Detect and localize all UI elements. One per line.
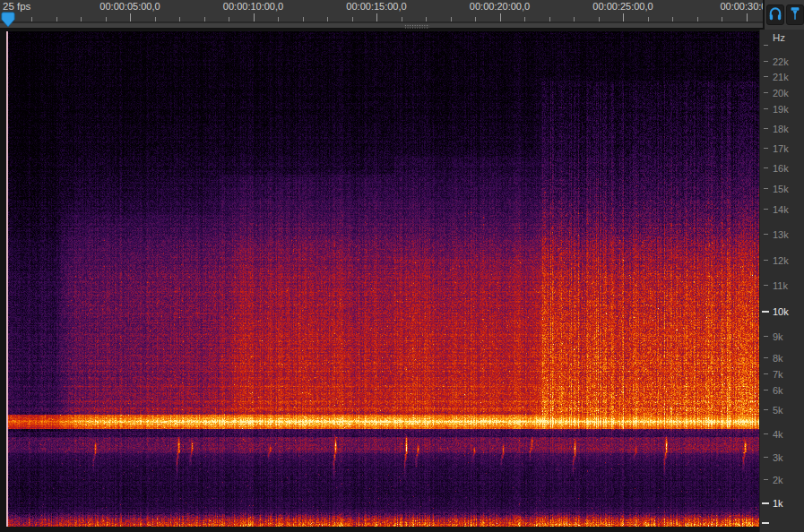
frequency-tick: [764, 76, 768, 77]
frequency-tick-row: 7k: [760, 369, 804, 380]
frequency-tick-row: 20k: [760, 88, 804, 99]
frequency-label: 15k: [773, 184, 789, 194]
frequency-tick-row: 22k: [760, 56, 804, 67]
frequency-tick: [764, 373, 768, 374]
frequency-label: 14k: [773, 204, 789, 215]
frequency-tick: [764, 148, 768, 149]
pin-playhead-button[interactable]: [786, 4, 804, 25]
frequency-tick: [764, 285, 768, 286]
frequency-tick-row: 17k: [760, 143, 804, 154]
timeline-major-tick: [130, 13, 131, 22]
frequency-tick: [764, 128, 768, 129]
left-frame-strip: [0, 30, 7, 532]
frequency-label: 8k: [773, 353, 783, 364]
spectrogram-canvas[interactable]: [7, 31, 759, 527]
frequency-tick: [764, 92, 768, 93]
pin-icon: [788, 5, 802, 24]
timeline-major-tick: [500, 13, 501, 22]
headphones-icon: [768, 5, 782, 24]
frequency-tick-row: [760, 518, 804, 528]
frequency-label: 16k: [773, 163, 789, 174]
timeline-major-tick: [376, 13, 377, 22]
timeline-major-tick: [623, 13, 624, 22]
frequency-tick-row: 4k: [760, 429, 804, 440]
frequency-tick: [764, 409, 768, 410]
frequency-label: 4k: [773, 429, 783, 440]
timeline-label: 00:00:15:00,0: [346, 1, 406, 12]
header-button-group: [763, 0, 804, 30]
frequency-tick: [764, 260, 768, 261]
frequency-tick-row: 9k: [760, 331, 804, 342]
frequency-label: 2k: [773, 475, 783, 485]
spectral-editor-panel: 25 fps 00:00:05:00,000:00:10:00,000:00:1…: [0, 0, 804, 532]
frequency-tick: [764, 457, 768, 458]
spectrogram-view[interactable]: [7, 31, 759, 527]
timebase-label: 25 fps: [3, 1, 30, 12]
bottom-frame-strip: [0, 527, 759, 532]
frequency-tick-row: 18k: [760, 124, 804, 134]
timeline-ruler[interactable]: 25 fps 00:00:05:00,000:00:10:00,000:00:1…: [0, 0, 763, 22]
frequency-label: 3k: [773, 452, 783, 463]
playhead-marker[interactable]: [1, 12, 15, 28]
frequency-label: 17k: [773, 143, 789, 154]
frequency-tick: [764, 234, 768, 235]
frequency-label: 6k: [773, 385, 783, 396]
frequency-tick: [764, 45, 768, 46]
frequency-tick-row: 21k: [760, 72, 804, 82]
frequency-label: 20k: [773, 88, 789, 99]
frequency-tick-row: 12k: [760, 255, 804, 266]
timeline-label: 00:00:10:00,0: [223, 1, 283, 12]
frequency-tick-row: 8k: [760, 353, 804, 364]
frequency-label: 13k: [773, 229, 789, 240]
frequency-label: 9k: [773, 331, 783, 342]
frequency-label: 11k: [773, 280, 788, 291]
frequency-label: 7k: [773, 369, 783, 380]
frequency-tick-row: 13k: [760, 229, 804, 240]
frequency-axis[interactable]: Hz 22k21k20k19k18k17k16k15k14k13k12k11k1…: [759, 30, 804, 532]
frequency-tick-row: 5k: [760, 405, 804, 416]
frequency-tick: [764, 433, 768, 434]
frequency-label: 22k: [773, 56, 789, 67]
frequency-tick: [764, 61, 768, 62]
frequency-tick-row: 15k: [760, 184, 804, 194]
timeline-label: 00:00:20:00,0: [470, 1, 530, 12]
scrollbar-grip[interactable]: [404, 24, 429, 29]
frequency-label: 18k: [773, 124, 789, 134]
frequency-label: 1k: [773, 498, 783, 509]
timeline-label: 00:00:25:00,0: [592, 1, 653, 12]
frequency-tick-row: 2k: [760, 475, 804, 485]
zoom-scrollbar[interactable]: [0, 22, 763, 30]
frequency-tick: [764, 209, 768, 210]
frequency-tick-row: 6k: [760, 385, 804, 396]
frequency-tick-row: 16k: [760, 163, 804, 174]
frequency-label: 10k: [773, 306, 789, 317]
frequency-label: 21k: [773, 72, 789, 82]
frequency-tick-row: 1k: [760, 498, 804, 509]
frequency-tick: [764, 336, 768, 337]
frequency-tick: [764, 479, 768, 480]
frequency-tick-row: 14k: [760, 204, 804, 215]
frequency-tick: [764, 108, 768, 109]
frequency-tick: [762, 522, 769, 524]
frequency-tick: [764, 167, 768, 168]
timeline-label: 00:00:05:00,0: [99, 1, 160, 12]
frequency-tick-row: 11k: [760, 280, 804, 291]
frequency-tick: [764, 390, 768, 390]
frequency-tick-row: 19k: [760, 104, 804, 115]
frequency-tick: [762, 311, 769, 313]
frequency-label: 5k: [773, 405, 783, 416]
frequency-tick: [764, 357, 768, 358]
frequency-label: 12k: [773, 255, 789, 266]
frequency-tick-row: 10k: [760, 306, 804, 317]
frequency-tick-row: 3k: [760, 452, 804, 463]
frequency-tick-row: [760, 40, 804, 51]
frequency-label: 19k: [773, 104, 789, 115]
frequency-tick: [764, 188, 768, 189]
monitor-button[interactable]: [766, 4, 784, 25]
timeline-label: 00:00:30:00: [720, 1, 763, 12]
timeline-major-tick: [254, 13, 255, 22]
frequency-tick: [762, 502, 769, 504]
timeline-major-tick: [747, 13, 748, 22]
